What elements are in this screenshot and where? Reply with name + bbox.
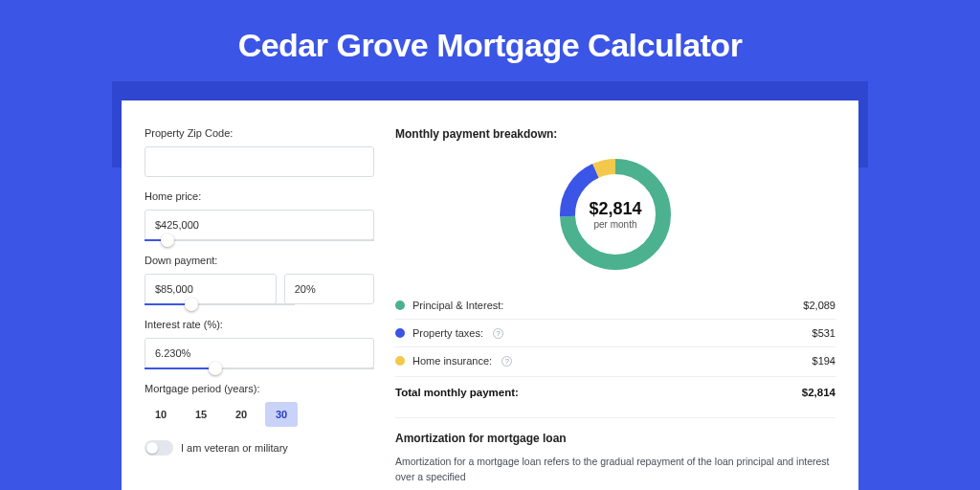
rate-input[interactable] [145,338,374,368]
amortization-title: Amortization for mortgage loan [395,432,835,445]
toggle-knob [146,442,158,454]
legend-dot [395,301,405,310]
legend-label: Home insurance: [412,355,492,367]
info-icon[interactable]: ? [501,356,512,367]
zip-input[interactable] [145,146,374,177]
homeprice-input[interactable] [145,210,374,240]
legend-label: Principal & Interest: [412,300,503,311]
rate-field: Interest rate (%): [145,319,374,369]
period-option-30[interactable]: 30 [265,402,298,427]
veteran-row: I am veteran or military [145,440,374,456]
breakdown-column: Monthly payment breakdown: $2,814 per mo… [395,127,835,485]
total-row: Total monthly payment: $2,814 [395,376,835,412]
legend-dot [395,328,405,338]
slider-thumb[interactable] [161,234,174,247]
info-icon[interactable]: ? [493,328,503,339]
veteran-toggle[interactable] [145,440,173,456]
amortization-block: Amortization for mortgage loan Amortizat… [395,417,835,485]
period-field: Mortgage period (years): 10152030 [145,383,374,427]
legend-amount: $194 [813,355,835,367]
total-label: Total monthly payment: [395,387,519,398]
zip-label: Property Zip Code: [145,127,374,139]
homeprice-label: Home price: [145,190,374,202]
downpayment-label: Down payment: [145,255,374,266]
veteran-label: I am veteran or military [181,442,288,454]
slider-thumb[interactable] [185,298,198,311]
amortization-text: Amortization for a mortgage loan refers … [395,455,835,485]
legend-amount: $2,089 [803,300,835,311]
total-amount: $2,814 [802,387,835,398]
zip-field: Property Zip Code: [145,127,374,177]
legend-row: Principal & Interest:$2,089 [395,292,835,320]
donut-value: $2,814 [589,199,641,219]
slider-thumb[interactable] [209,362,222,375]
homeprice-field: Home price: [145,190,374,241]
legend-dot [395,356,405,366]
legend-label: Property taxes: [412,327,483,339]
donut-chart: $2,814 per month [395,154,835,275]
period-option-10[interactable]: 10 [145,402,177,427]
period-option-15[interactable]: 15 [185,402,217,427]
period-label: Mortgage period (years): [145,383,374,394]
legend-row: Property taxes:?$531 [395,320,835,347]
rate-label: Interest rate (%): [145,319,374,330]
donut-center: $2,814 per month [555,154,676,275]
legend: Principal & Interest:$2,089Property taxe… [395,292,835,374]
legend-row: Home insurance:?$194 [395,347,835,374]
downpayment-slider[interactable] [145,303,295,305]
homeprice-slider[interactable] [145,239,374,241]
breakdown-title: Monthly payment breakdown: [395,127,835,141]
downpayment-percent-input[interactable] [284,274,374,304]
legend-amount: $531 [813,327,835,339]
donut-sub: per month [593,219,636,230]
page-title: Cedar Grove Mortgage Calculator [0,0,980,81]
calculator-card: Property Zip Code: Home price: Down paym… [122,100,858,490]
downpayment-field: Down payment: [145,255,374,305]
rate-slider[interactable] [145,368,374,369]
period-option-20[interactable]: 20 [225,402,257,427]
form-column: Property Zip Code: Home price: Down paym… [145,127,374,485]
downpayment-amount-input[interactable] [145,274,277,304]
